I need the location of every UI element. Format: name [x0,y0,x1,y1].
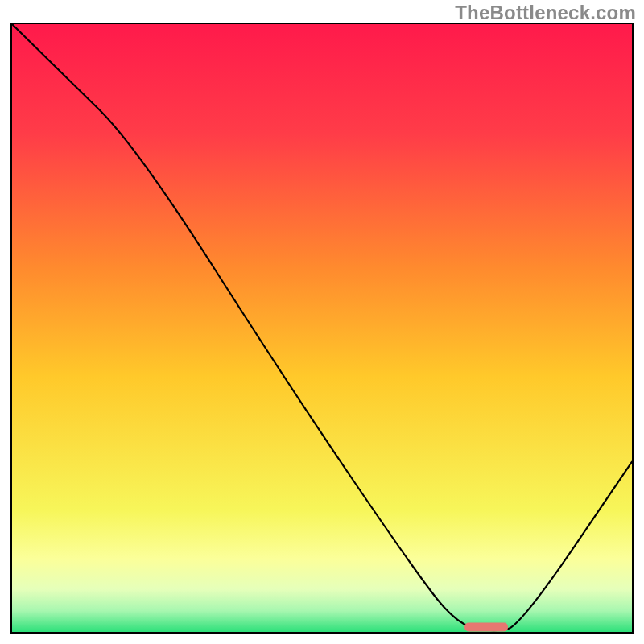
plot-svg [12,24,632,632]
optimal-range-marker [464,622,508,631]
plot-area [10,23,634,634]
chart-frame: TheBottleneck.com [0,0,644,644]
watermark-text: TheBottleneck.com [455,2,636,24]
